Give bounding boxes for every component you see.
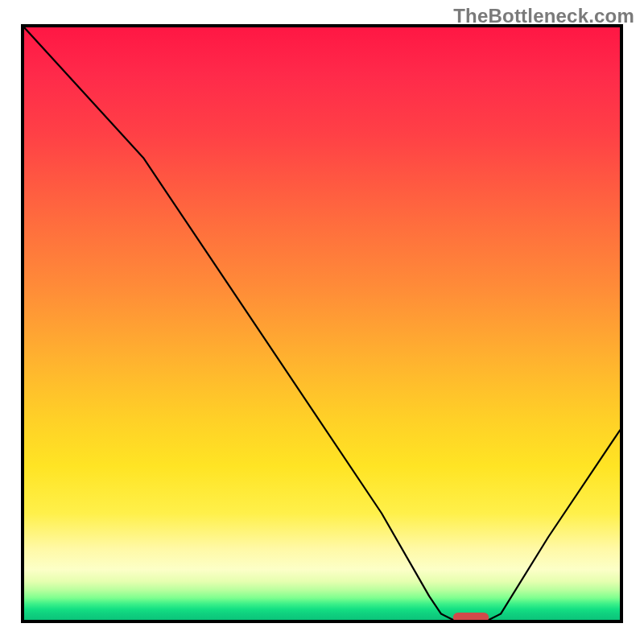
chart-overlay [24,27,620,620]
chart-container: TheBottleneck.com [0,0,644,644]
watermark: TheBottleneck.com [453,5,634,27]
plot-frame [21,24,623,623]
bottleneck-curve [24,27,620,620]
minimum-marker [453,613,489,620]
